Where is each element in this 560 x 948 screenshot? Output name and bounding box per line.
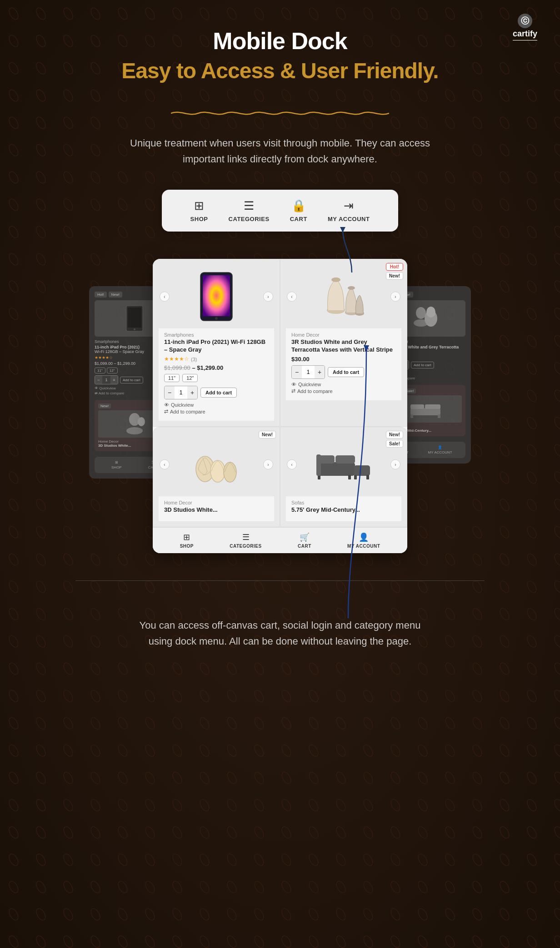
sofa-prev-btn[interactable]: ‹: [287, 459, 297, 469]
bg-vase-icon: [123, 413, 146, 435]
vases-add-to-cart-btn[interactable]: Add to cart: [328, 367, 364, 377]
ipad-quickview-label[interactable]: Quickview: [171, 402, 194, 408]
sub-title: Easy to Access & User Friendly.: [121, 58, 438, 83]
bottom-shop-icon: ⊞: [183, 532, 190, 542]
footer-text: You can access off-canvas cart, social l…: [135, 617, 425, 649]
sofa-new-badge: New!: [386, 431, 403, 439]
vases-quickview-label[interactable]: Quickview: [298, 382, 321, 387]
dock-categories[interactable]: ☰ CATEGORIES: [229, 199, 270, 222]
bottom-dock-myaccount[interactable]: 👤 MY ACCOUNT: [347, 532, 380, 549]
svg-rect-18: [203, 275, 230, 316]
vases-badges: Hot! New!: [386, 263, 403, 280]
vases-image-area: ‹: [286, 265, 401, 328]
ipad-add-to-cart-btn[interactable]: Add to cart: [200, 388, 237, 398]
showcase-area: Hot! New! Smartphones 11-inch iPad Pro (…: [94, 259, 466, 553]
baskets-new-badge: New!: [259, 431, 276, 439]
ipad-qty-control: − 1 +: [164, 386, 198, 399]
product-grid-bottom: New! ‹: [153, 427, 407, 527]
bg-size-12: 12": [107, 368, 118, 373]
ipad-next-btn[interactable]: ›: [263, 292, 273, 302]
vases-qty-value: 1: [302, 366, 315, 378]
bg-qty-val: 1: [102, 376, 110, 384]
dock-categories-label: CATEGORIES: [229, 216, 270, 222]
ipad-sizes: 11" 12": [164, 374, 269, 382]
vases-qty-minus[interactable]: −: [292, 366, 302, 378]
bg-new-badge: New!: [98, 403, 111, 408]
myaccount-icon: ⇥: [344, 199, 354, 213]
ipad-qty-plus[interactable]: +: [187, 386, 197, 399]
ipad-product-image: [198, 272, 235, 322]
vases-compare-label[interactable]: Add to compare: [297, 388, 333, 394]
sofa-info: Sofas 5.75' Grey Mid-Century...: [286, 496, 401, 521]
ipad-qty-minus[interactable]: −: [165, 386, 175, 399]
wavy-divider: [171, 108, 389, 119]
dock-cart[interactable]: 🔒 CART: [290, 199, 307, 222]
sofa-sale-badge: Sale!: [386, 440, 403, 448]
ipad-name: 11-inch iPad Pro (2021) Wi-Fi 128GB – Sp…: [164, 338, 269, 354]
svg-rect-30: [335, 455, 355, 464]
svg-rect-28: [316, 462, 355, 476]
svg-point-21: [331, 277, 340, 282]
svg-rect-33: [348, 475, 351, 479]
bottom-shop-label: SHOP: [180, 544, 194, 549]
vases-info: Home Decor 3R Studios White and Grey Ter…: [286, 328, 401, 400]
bottom-dock-bar: ⊞ SHOP ☰ CATEGORIES 🛒 CART 👤 MY ACCOUNT: [153, 527, 407, 553]
vases-qty-plus[interactable]: +: [315, 366, 325, 378]
brand-icon: ⓒ: [518, 14, 532, 28]
ipad-compare-item: ⇄ Add to compare: [164, 408, 269, 414]
ipad-price-range: – $1,299.00: [192, 364, 223, 371]
svg-point-6: [138, 417, 145, 426]
bg-dock-shop-label: SHOP: [111, 465, 122, 469]
sofa-category: Sofas: [291, 500, 396, 505]
bg-dock-shop: ⊞ SHOP: [111, 460, 122, 469]
svg-point-10: [426, 307, 435, 318]
vases-compare-item: ⇄ Add to compare: [291, 388, 396, 394]
bottom-dock-categories[interactable]: ☰ CATEGORIES: [230, 532, 261, 549]
ipad-price-strikethrough: $1,099.00: [164, 364, 190, 371]
ipad-bg-icon: [125, 305, 144, 332]
ipad-size-12[interactable]: 12": [182, 374, 198, 382]
sofa-badges: New! Sale!: [386, 431, 403, 448]
ipad-price: $1,099.00 – $1,299.00: [164, 364, 269, 371]
vases-prev-btn[interactable]: ‹: [287, 292, 297, 302]
vases-qty-control: − 1 +: [291, 365, 325, 379]
svg-rect-14: [410, 414, 413, 418]
ipad-prev-btn[interactable]: ‹: [160, 292, 170, 302]
bg-right-sofa-icon: [410, 400, 441, 418]
svg-rect-36: [316, 454, 321, 476]
bottom-categories-icon: ☰: [242, 532, 250, 542]
baskets-info: Home Decor 3D Studios White...: [159, 496, 274, 521]
bottom-dock-shop[interactable]: ⊞ SHOP: [180, 532, 194, 549]
vases-eye-icon: 👁: [291, 382, 296, 387]
baskets-prev-btn[interactable]: ‹: [160, 459, 170, 469]
baskets-category: Home Decor: [164, 500, 269, 505]
ipad-size-11[interactable]: 11": [164, 374, 180, 382]
cartify-logo: ⓒ cartify: [513, 14, 537, 40]
baskets-next-btn[interactable]: ›: [263, 459, 273, 469]
ipad-quick-actions: 👁 Quickview ⇄ Add to compare: [164, 402, 269, 414]
svg-rect-13: [425, 404, 440, 409]
vases-atc-row: − 1 + Add to cart: [291, 365, 396, 379]
vases-quick-actions: 👁 Quickview ⇄ Add to compare: [291, 382, 396, 394]
vases-category: Home Decor: [291, 332, 396, 338]
vases-next-btn[interactable]: ›: [390, 292, 400, 302]
svg-point-4: [126, 427, 143, 434]
shop-icon: ⊞: [194, 199, 204, 213]
bg-right-acct-icon: 👤: [438, 445, 442, 449]
svg-marker-0: [340, 227, 345, 232]
compare-icon: ⇄: [164, 408, 168, 414]
bg-qty-minus: −: [95, 376, 102, 384]
product-cell-vases: Hot! New! ‹: [280, 259, 407, 427]
vases-quickview-item: 👁 Quickview: [291, 382, 396, 387]
bottom-dock-cart[interactable]: 🛒 CART: [298, 532, 311, 549]
dock-myaccount-label: MY ACCOUNT: [328, 216, 370, 222]
dock-shop[interactable]: ⊞ SHOP: [190, 199, 208, 222]
sofa-next-btn[interactable]: ›: [390, 459, 400, 469]
dock-myaccount[interactable]: ⇥ MY ACCOUNT: [328, 199, 370, 222]
svg-point-27: [224, 462, 236, 482]
product-cell-sofa: New! Sale! ‹: [280, 427, 407, 527]
brand-underline: [513, 40, 537, 40]
vases-hot-badge: Hot!: [386, 263, 403, 271]
ipad-qty-value: 1: [175, 386, 187, 399]
ipad-compare-label[interactable]: Add to compare: [170, 409, 205, 414]
